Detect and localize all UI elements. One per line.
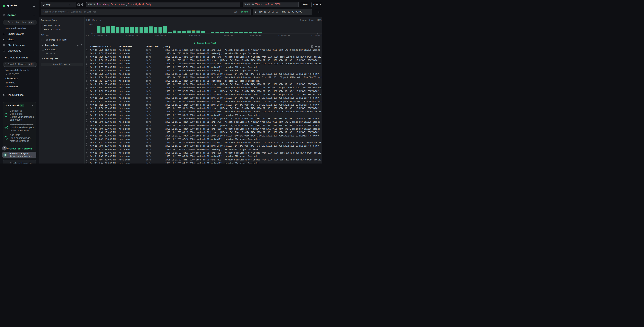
svg-text:11:30:00 PM: 11:30:00 PM <box>311 34 322 37</box>
svg-text:2:00:00 PM: 2:00:00 PM <box>221 34 233 37</box>
svg-text:8:00:00 PM: 8:00:00 PM <box>278 34 290 37</box>
svg-text:10:30:00 AM: 10:30:00 AM <box>187 34 200 37</box>
svg-text:0: 0 <box>92 32 92 34</box>
svg-text:Nov 11 12:00:00 AM: Nov 11 12:00:00 AM <box>86 34 107 37</box>
svg-text:4:00:00 AM: 4:00:00 AM <box>126 34 138 37</box>
svg-text:7:00:00 AM: 7:00:00 AM <box>155 34 166 37</box>
svg-text:600: 600 <box>89 23 92 25</box>
svg-text:5:00:00 PM: 5:00:00 PM <box>250 34 262 37</box>
